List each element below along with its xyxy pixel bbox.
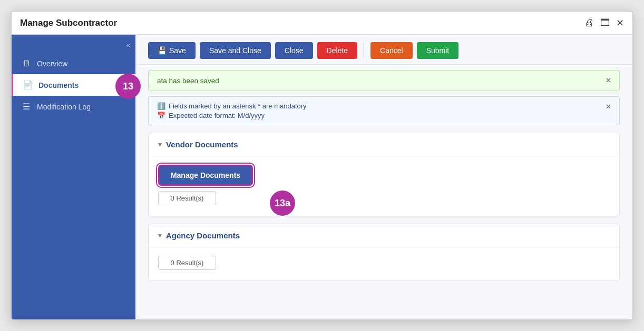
vendor-section-title: Vendor Documents: [166, 140, 238, 149]
save-icon: 💾: [158, 46, 167, 55]
agency-documents-section: ▾ Agency Documents 0 Result(s): [148, 224, 620, 281]
agency-chevron-icon: ▾: [158, 232, 162, 239]
save-close-button[interactable]: Save and Close: [200, 42, 271, 59]
vendor-results-badge: 0 Result(s): [158, 191, 216, 205]
sidebar-item-label-modification-log: Modification Log: [37, 103, 91, 111]
modification-log-icon: ☰: [21, 102, 32, 112]
restore-icon[interactable]: 🗖: [600, 17, 610, 28]
agency-section-body: 0 Result(s): [149, 247, 619, 272]
sidebar-collapse-btn[interactable]: «: [12, 39, 135, 53]
cancel-button[interactable]: Cancel: [370, 42, 413, 59]
agency-section-title: Agency Documents: [166, 231, 240, 240]
delete-label: Delete: [327, 46, 348, 55]
info-icon: ℹ️: [157, 102, 165, 110]
sidebar: « 🖥 Overview 📄 Documents ☰ Modification …: [12, 35, 135, 319]
info-date-text: Expected date format: M/d/yyyy: [169, 112, 265, 119]
main-window: 13 13a Manage Subcontractor 🖨 🗖 ✕ « 🖥 Ov…: [11, 11, 633, 320]
manage-docs-label: Manage Documents: [171, 171, 240, 179]
vendor-chevron-icon: ▾: [158, 141, 162, 148]
delete-button[interactable]: Delete: [317, 42, 357, 59]
success-alert: ata has been saved ×: [148, 70, 620, 91]
save-close-label: Save and Close: [209, 46, 261, 55]
save-button[interactable]: 💾 Save: [148, 42, 196, 59]
info-mandatory-text: Fields marked by an asterisk * are manda…: [169, 102, 307, 110]
submit-button[interactable]: Submit: [417, 42, 459, 59]
sidebar-item-label-overview: Overview: [37, 59, 67, 68]
close-window-icon[interactable]: ✕: [616, 17, 624, 29]
sidebar-item-label-documents: Documents: [38, 81, 79, 89]
toolbar-separator: [364, 43, 364, 58]
overview-icon: 🖥: [21, 59, 32, 68]
print-icon[interactable]: 🖨: [584, 17, 594, 28]
submit-label: Submit: [426, 46, 450, 55]
toolbar: 💾 Save Save and Close Close Delete Cance…: [135, 35, 632, 65]
manage-documents-button[interactable]: Manage Documents: [158, 165, 253, 186]
collapse-icon: «: [126, 41, 130, 49]
vendor-section-body: Manage Documents 0 Result(s): [149, 156, 619, 207]
main-layout: « 🖥 Overview 📄 Documents ☰ Modification …: [12, 35, 632, 319]
documents-icon: 📄: [23, 80, 33, 90]
window-controls: 🖨 🗖 ✕: [584, 17, 624, 29]
vendor-section-header[interactable]: ▾ Vendor Documents: [149, 133, 619, 156]
agency-section-header[interactable]: ▾ Agency Documents: [149, 224, 619, 247]
info-alert-close[interactable]: ×: [606, 102, 611, 112]
sidebar-item-modification-log[interactable]: ☰ Modification Log: [12, 96, 135, 117]
window-title: Manage Subcontractor: [20, 18, 117, 28]
title-bar: Manage Subcontractor 🖨 🗖 ✕: [12, 12, 632, 35]
close-label: Close: [285, 46, 304, 55]
info-alert: ℹ️ Fields marked by an asterisk * are ma…: [148, 96, 620, 125]
sidebar-item-overview[interactable]: 🖥 Overview: [12, 53, 135, 74]
success-alert-text: ata has been saved: [157, 77, 219, 85]
save-label: Save: [169, 46, 186, 55]
success-alert-close[interactable]: ×: [606, 76, 611, 85]
agency-results-badge: 0 Result(s): [158, 256, 216, 270]
vendor-documents-section: ▾ Vendor Documents Manage Documents 0 Re…: [148, 133, 620, 216]
content-area: 💾 Save Save and Close Close Delete Cance…: [135, 35, 632, 319]
close-button[interactable]: Close: [275, 42, 313, 59]
calendar-icon: 📅: [157, 112, 165, 119]
sidebar-item-documents[interactable]: 📄 Documents: [12, 74, 135, 96]
cancel-label: Cancel: [380, 46, 403, 55]
